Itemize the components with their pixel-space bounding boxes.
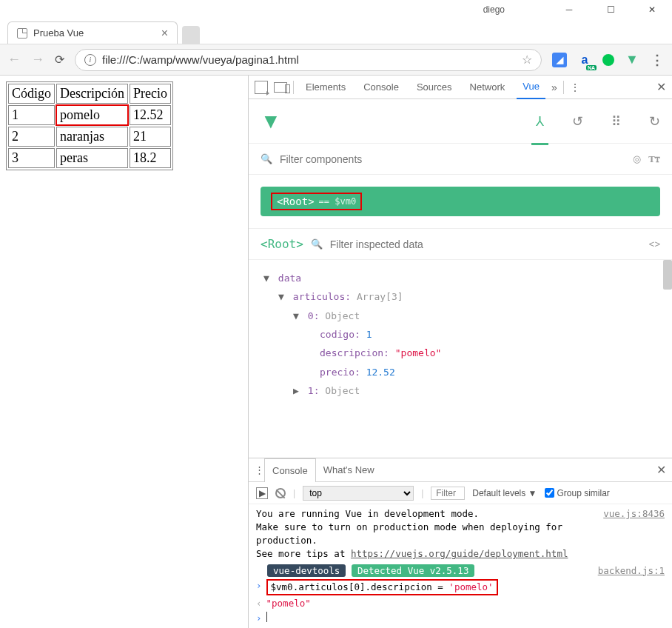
log-levels-dropdown[interactable]: Default levels ▼: [472, 488, 537, 498]
cell-precio: 21: [130, 127, 171, 147]
tab-vue[interactable]: Vue: [517, 76, 545, 99]
vue-devtools-extension-icon[interactable]: ▼: [625, 53, 639, 67]
vue-devtools-panel: ▼ ⅄ ↺ ⠿ ↻ 🔍 ◎ Tᴛ <Root> == $vm0: [249, 99, 672, 628]
play-icon[interactable]: ▶: [256, 487, 268, 499]
window-minimize-button[interactable]: ─: [564, 4, 574, 15]
prop-key: descripcion:: [320, 347, 389, 358]
filter-data-input[interactable]: [330, 238, 642, 250]
tab-elements[interactable]: Elements: [300, 76, 352, 99]
console-source-link[interactable]: vue.js:8436: [603, 507, 665, 561]
drawer-tab-whatsnew[interactable]: What's New: [316, 458, 382, 482]
scrollbar-thumb[interactable]: [663, 260, 672, 290]
prop-type: Object: [325, 310, 360, 321]
filter-components-input[interactable]: [280, 153, 625, 165]
console-link[interactable]: https://vuejs.org/guide/deployment.html: [351, 548, 568, 559]
bookmark-star-icon[interactable]: ☆: [522, 53, 532, 67]
browser-toolbar: ← → ⟳ i ☆ ◢ aNA ▼ ⋮: [0, 44, 672, 76]
tabs-overflow-button[interactable]: »: [551, 81, 557, 93]
tab-sources[interactable]: Sources: [411, 76, 458, 99]
tab-close-button[interactable]: ×: [161, 27, 168, 40]
console-filter-input[interactable]: [431, 487, 465, 500]
site-info-icon[interactable]: i: [84, 54, 96, 66]
extension-icon-a[interactable]: aNA: [577, 53, 592, 67]
prop-key: codigo:: [320, 329, 360, 340]
drawer-tabs: ⋮ Console What's New ✕: [249, 458, 672, 482]
refresh-icon[interactable]: ↻: [649, 113, 660, 130]
tab-network[interactable]: Network: [464, 76, 511, 99]
clear-console-icon[interactable]: [275, 488, 286, 498]
back-button[interactable]: ←: [7, 52, 21, 67]
table-row: 1 pomelo 12.52: [8, 105, 171, 125]
context-select[interactable]: top: [303, 486, 414, 501]
table-row: 2 naranjas 21: [8, 127, 171, 147]
console-source-link[interactable]: backend.js:1: [598, 564, 665, 578]
data-key: data: [278, 273, 301, 284]
vm-badge: == $vm0: [319, 196, 357, 207]
console-message: You are running Vue in development mode.…: [256, 507, 588, 561]
caret-icon[interactable]: ▶: [293, 381, 302, 400]
inspect-element-icon[interactable]: [255, 81, 268, 94]
forward-button[interactable]: →: [31, 52, 44, 67]
cell-descripcion: naranjas: [56, 127, 128, 147]
console-toolbar: ▶ | top | Default levels ▼ Group similar: [249, 482, 672, 504]
group-similar-checkbox[interactable]: Group similar: [545, 488, 610, 498]
address-bar[interactable]: i ☆: [75, 49, 542, 71]
extension-icon-green[interactable]: [602, 54, 614, 66]
th-codigo: Código: [8, 84, 55, 104]
cell-precio: 12.52: [130, 105, 171, 125]
component-data-tree: ▼ data ▼ articulos: Array[3] ▼ 0: Object…: [249, 260, 672, 458]
code-icon[interactable]: <>: [649, 238, 660, 250]
events-tab-icon[interactable]: ⠿: [611, 113, 621, 130]
drawer-close-button[interactable]: ✕: [656, 463, 666, 477]
devtools-close-button[interactable]: ✕: [656, 80, 666, 94]
components-tab-icon[interactable]: ⅄: [536, 113, 544, 130]
vuex-tab-icon[interactable]: ↺: [572, 113, 583, 130]
th-descripcion: Descripción: [56, 84, 128, 104]
cell-codigo: 1: [8, 105, 55, 125]
console-drawer: ⋮ Console What's New ✕ ▶ | top | Default…: [249, 458, 672, 628]
search-icon: 🔍: [311, 238, 323, 250]
new-tab-button[interactable]: [182, 26, 200, 44]
format-toggle-icon[interactable]: Tᴛ: [648, 153, 660, 165]
devtools-panel: Elements Console Sources Network Vue » ⋮…: [248, 76, 672, 628]
reload-button[interactable]: ⟳: [55, 53, 64, 67]
target-icon[interactable]: ◎: [633, 153, 641, 164]
window-user: diego: [483, 4, 505, 15]
articulos-table: Código Descripción Precio 1 pomelo 12.52…: [6, 81, 173, 170]
console-output: "pomelo": [266, 597, 311, 610]
table-row: 3 peras 18.2: [8, 148, 171, 168]
console-cursor[interactable]: [266, 612, 267, 622]
browser-tab[interactable]: Prueba Vue ×: [7, 21, 178, 44]
search-icon: 🔍: [261, 153, 272, 164]
component-tree: <Root> == $vm0: [249, 175, 672, 229]
window-maximize-button[interactable]: ☐: [605, 4, 616, 15]
vue-tool-tabs: ⅄ ↺ ⠿ ↻: [536, 113, 660, 130]
device-toggle-icon[interactable]: [274, 82, 287, 93]
extension-icon-blue[interactable]: ◢: [552, 53, 567, 67]
extension-icons: ◢ aNA ▼ ⋮: [552, 53, 665, 67]
file-icon: [17, 28, 27, 39]
cell-codigo: 3: [8, 148, 55, 168]
url-input[interactable]: [102, 53, 522, 66]
browser-tab-title: Prueba Vue: [33, 27, 84, 39]
caret-icon[interactable]: ▼: [263, 269, 272, 287]
window-close-button[interactable]: ✕: [647, 4, 657, 15]
prop-value: 12.52: [366, 367, 395, 378]
drawer-tab-console[interactable]: Console: [264, 458, 316, 482]
filter-components-row: 🔍 ◎ Tᴛ: [249, 144, 672, 175]
caret-icon[interactable]: ▼: [278, 287, 287, 306]
prop-key: precio:: [320, 367, 360, 378]
vue-toolbar: ▼ ⅄ ↺ ⠿ ↻: [249, 99, 672, 144]
prop-key: 0:: [308, 310, 320, 321]
caret-icon[interactable]: ▼: [293, 307, 302, 325]
browser-menu-button[interactable]: ⋮: [650, 53, 665, 67]
root-component-item[interactable]: <Root> == $vm0: [261, 187, 660, 216]
separator: |: [421, 488, 423, 498]
cell-codigo: 2: [8, 127, 55, 147]
vue-logo-icon: ▼: [261, 110, 281, 133]
separator: [563, 81, 564, 94]
tab-console[interactable]: Console: [357, 76, 405, 99]
devtools-menu-button[interactable]: ⋮: [570, 81, 580, 93]
prop-value: 1: [366, 329, 372, 340]
drawer-menu-button[interactable]: ⋮: [255, 464, 264, 475]
